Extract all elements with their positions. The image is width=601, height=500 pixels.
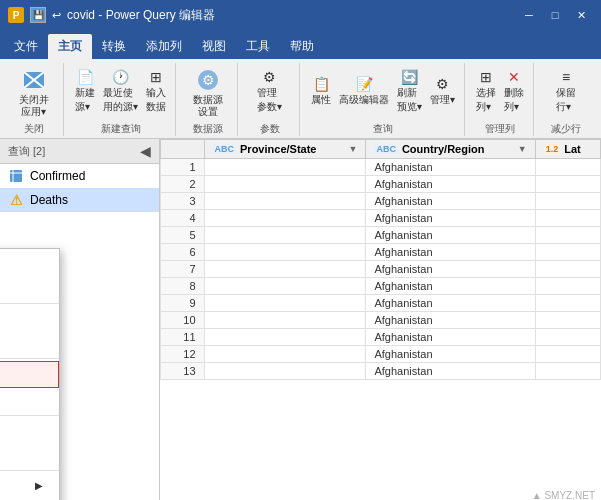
ribbon-group-datasource: ⚙ 数据源设置 数据源 (178, 63, 238, 136)
table-row: 5 Afghanistan (161, 227, 601, 244)
manage-params-button[interactable]: ⚙ 管理参数▾ (254, 68, 285, 115)
province-cell (204, 261, 366, 278)
tab-file[interactable]: 文件 (4, 34, 48, 59)
col-header-country: ABC Country/Region ▼ (366, 140, 535, 159)
table-row: 6 Afghanistan (161, 244, 601, 261)
main-area: 查询 [2] ◀ Confirmed ⚠ Deaths 📋 复制 📌 (0, 139, 601, 500)
query-item-confirmed[interactable]: Confirmed (0, 164, 159, 188)
ribbon-tabs: 文件 主页 转换 添加列 视图 工具 帮助 (0, 30, 601, 59)
properties-button[interactable]: 📋 属性 (308, 75, 334, 108)
table-row: 4 Afghanistan (161, 210, 601, 227)
lat-cell (535, 312, 600, 329)
refresh-preview-button[interactable]: 🔄 刷新预览▾ (394, 68, 425, 115)
table-row: 11 Afghanistan (161, 329, 601, 346)
choose-columns-icon: ⊞ (480, 69, 492, 85)
ctx-reference[interactable]: 🔗 引用 (0, 443, 59, 468)
enter-data-button[interactable]: ⊞ 输入数据 (143, 68, 169, 115)
datasource-group-label: 数据源 (193, 122, 223, 136)
tab-tools[interactable]: 工具 (236, 34, 280, 59)
province-cell (204, 295, 366, 312)
save-button[interactable]: 💾 (30, 7, 46, 23)
advanced-editor-button[interactable]: 📝 高级编辑器 (336, 75, 392, 108)
province-cell (204, 227, 366, 244)
new-source-button[interactable]: 📄 新建源▾ (72, 68, 98, 115)
app-icon: P (8, 7, 24, 23)
ctx-move-to-group[interactable]: 移至组 ▶ (0, 473, 59, 498)
province-cell (204, 312, 366, 329)
ctx-delete[interactable]: ✕ 删除 (0, 306, 59, 331)
ctx-include-refresh[interactable]: ✔ 包含在表刷新中 (0, 388, 59, 413)
query-buttons: 📋 属性 📝 高级编辑器 🔄 刷新预览▾ ⚙ 管理▾ (308, 63, 458, 120)
country-filter-icon[interactable]: ▼ (518, 144, 527, 154)
keep-rows-button[interactable]: ≡ 保留行▾ (553, 68, 579, 115)
close-button[interactable]: ✕ (569, 3, 593, 27)
country-cell: Afghanistan (366, 159, 535, 176)
ribbon-group-params: ⚙ 管理参数▾ 参数 (240, 63, 300, 136)
enter-data-label: 输入数据 (146, 86, 166, 114)
table-row: 1 Afghanistan (161, 159, 601, 176)
datasource-settings-button[interactable]: ⚙ 数据源设置 (189, 64, 227, 120)
lat-cell (535, 193, 600, 210)
maximize-button[interactable]: □ (543, 3, 567, 27)
row-num-cell: 12 (161, 346, 205, 363)
delete-columns-icon: ✕ (508, 69, 520, 85)
query-item-deaths[interactable]: ⚠ Deaths 📋 复制 📌 粘贴 ✕ 删除 ✎ (0, 188, 159, 212)
ribbon: 关闭并应用▾ 关闭 📄 新建源▾ 🕐 最近使用的源▾ ⊞ 输入数据 新建查询 (0, 59, 601, 139)
manage-icon: ⚙ (436, 76, 449, 92)
new-query-label: 新建查询 (101, 122, 141, 136)
params-buttons: ⚙ 管理参数▾ (254, 63, 285, 120)
row-num-cell: 11 (161, 329, 205, 346)
province-cell (204, 159, 366, 176)
province-col-name: Province/State (240, 143, 316, 155)
tab-transform[interactable]: 转换 (92, 34, 136, 59)
ctx-paste[interactable]: 📌 粘贴 (0, 276, 59, 301)
tab-home[interactable]: 主页 (48, 34, 92, 59)
table-row: 12 Afghanistan (161, 346, 601, 363)
table-row: 10 Afghanistan (161, 312, 601, 329)
query-item-confirmed-label: Confirmed (30, 169, 85, 183)
tab-view[interactable]: 视图 (192, 34, 236, 59)
country-cell: Afghanistan (366, 346, 535, 363)
province-cell (204, 244, 366, 261)
table-row: 7 Afghanistan (161, 261, 601, 278)
ctx-sep-1 (0, 303, 59, 304)
recent-sources-label: 最近使用的源▾ (103, 86, 138, 114)
lat-cell (535, 295, 600, 312)
tab-add-column[interactable]: 添加列 (136, 34, 192, 59)
tab-help[interactable]: 帮助 (280, 34, 324, 59)
ribbon-group-manage-cols: ⊞ 选择列▾ ✕ 删除列▾ 管理列 (467, 63, 534, 136)
reduce-rows-label: 减少行 (551, 122, 581, 136)
close-group-buttons: 关闭并应用▾ (15, 63, 53, 120)
ctx-rename[interactable]: ✎ 重命名 (0, 331, 59, 356)
manage-button[interactable]: ⚙ 管理▾ (427, 75, 458, 108)
country-cell: Afghanistan (366, 261, 535, 278)
lat-cell (535, 363, 600, 380)
province-cell (204, 278, 366, 295)
lat-cell (535, 346, 600, 363)
ctx-enable-load[interactable]: ✔ 启用加载 (0, 361, 59, 388)
refresh-preview-label: 刷新预览▾ (397, 86, 422, 114)
close-apply-icon (20, 66, 48, 94)
svg-rect-5 (10, 170, 22, 182)
delete-columns-button[interactable]: ✕ 删除列▾ (501, 68, 527, 115)
manage-cols-buttons: ⊞ 选择列▾ ✕ 删除列▾ (473, 63, 527, 120)
query-panel-collapse[interactable]: ◀ (140, 143, 151, 159)
ctx-copy-1[interactable]: 📋 复制 (0, 251, 59, 276)
ctx-copy-2[interactable]: 📋 复制 (0, 418, 59, 443)
close-apply-button[interactable]: 关闭并应用▾ (15, 64, 53, 120)
row-num-cell: 9 (161, 295, 205, 312)
minimize-button[interactable]: ─ (517, 3, 541, 27)
window-controls: ─ □ ✕ (517, 3, 593, 27)
query-panel-title: 查询 [2] (8, 144, 45, 159)
undo-button[interactable]: ↩ (52, 9, 61, 22)
lat-cell (535, 227, 600, 244)
context-menu: 📋 复制 📌 粘贴 ✕ 删除 ✎ 重命名 ✔ (0, 248, 60, 500)
datasource-settings-label: 数据源设置 (193, 94, 223, 118)
province-filter-icon[interactable]: ▼ (348, 144, 357, 154)
row-num-cell: 3 (161, 193, 205, 210)
recent-sources-icon: 🕐 (112, 69, 129, 85)
recent-sources-button[interactable]: 🕐 最近使用的源▾ (100, 68, 141, 115)
svg-text:⚙: ⚙ (201, 72, 214, 88)
choose-columns-button[interactable]: ⊞ 选择列▾ (473, 68, 499, 115)
ribbon-group-new-query: 📄 新建源▾ 🕐 最近使用的源▾ ⊞ 输入数据 新建查询 (66, 63, 176, 136)
